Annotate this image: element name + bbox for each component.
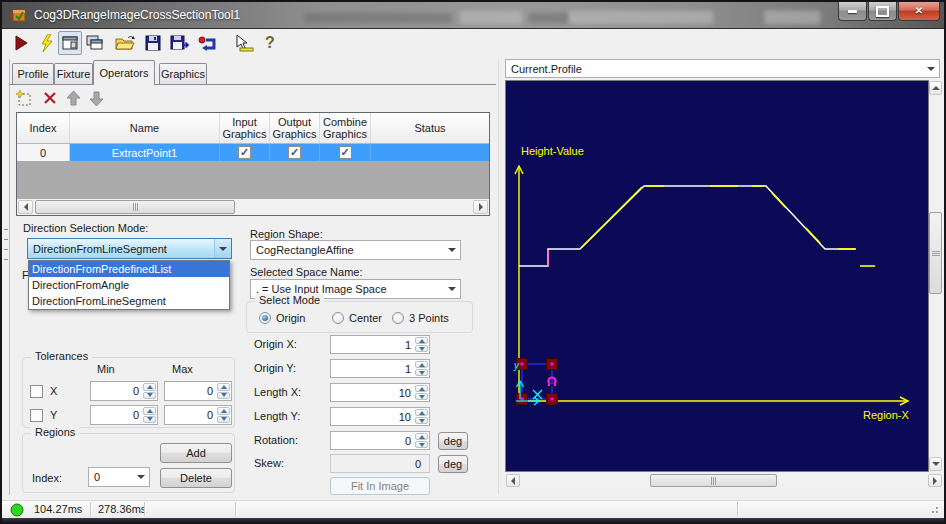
add-region-button[interactable]: Add <box>160 443 232 463</box>
spin-down-button[interactable] <box>217 392 230 400</box>
delete-region-button[interactable]: Delete <box>160 468 232 488</box>
spin-up-button[interactable] <box>415 385 428 392</box>
spin-up-button[interactable] <box>217 407 230 415</box>
table-hscroll-thumb[interactable] <box>35 200 235 214</box>
fit-in-image-button[interactable]: Fit In Image <box>330 477 430 495</box>
copy-result-window-button[interactable] <box>83 31 107 55</box>
column-header-input-graphics[interactable]: Input Graphics <box>220 113 270 143</box>
close-button[interactable]: ✕ <box>898 2 940 21</box>
display-hscrollbar[interactable] <box>505 473 943 488</box>
help-button[interactable]: ? <box>258 31 282 55</box>
length-y-field[interactable]: 10 <box>330 407 430 426</box>
spin-up-button[interactable] <box>415 433 428 440</box>
spin-up-button[interactable] <box>143 407 156 415</box>
tolerance-y-max-spinner[interactable]: 0 <box>164 405 232 425</box>
save-button[interactable] <box>141 31 165 55</box>
display-vscroll-thumb[interactable] <box>929 212 942 294</box>
column-header-status[interactable]: Status <box>371 113 489 143</box>
rotation-deg-button[interactable]: deg <box>438 432 468 450</box>
tab-profile[interactable]: Profile <box>12 63 54 84</box>
combine-graphics-checkbox[interactable]: ✓ <box>339 146 352 159</box>
table-hscrollbar[interactable] <box>17 199 489 215</box>
reset-button[interactable] <box>196 31 220 55</box>
rotation-field[interactable]: 0 <box>330 431 430 450</box>
spin-down-button[interactable] <box>415 393 428 400</box>
direction-mode-combobox[interactable]: DirectionFromLineSegment <box>27 238 232 259</box>
profile-display[interactable]: Height-Value Region-X <box>505 80 929 472</box>
spin-down-button[interactable] <box>415 441 428 448</box>
dropdown-item[interactable]: DirectionFromLineSegment <box>29 293 229 309</box>
origin-x-field[interactable]: 1 <box>330 335 430 354</box>
spin-down-button[interactable] <box>143 392 156 400</box>
electrode-button[interactable] <box>232 31 256 55</box>
cell-status <box>371 144 489 161</box>
display-hscroll-thumb[interactable] <box>650 474 777 487</box>
minimize-button[interactable] <box>838 2 867 21</box>
chevron-down-icon <box>923 60 939 77</box>
tolerance-x-min-spinner[interactable]: 0 <box>90 381 158 401</box>
region-overlay[interactable]: y <box>513 359 558 406</box>
column-header-name[interactable]: Name <box>70 113 220 143</box>
spin-down-button[interactable] <box>217 416 230 424</box>
run-button[interactable] <box>10 31 34 55</box>
spin-up-button[interactable] <box>143 383 156 391</box>
origin-y-field[interactable]: 1 <box>330 359 430 378</box>
input-graphics-checkbox[interactable]: ✓ <box>238 146 251 159</box>
add-operator-button[interactable] <box>14 89 34 107</box>
column-header-index[interactable]: Index <box>17 113 70 143</box>
tolerance-x-checkbox[interactable] <box>30 385 43 398</box>
column-header-combine-graphics[interactable]: Combine Graphics <box>320 113 371 143</box>
open-file-button[interactable] <box>113 31 137 55</box>
radio-center[interactable] <box>332 312 344 324</box>
electric-run-button[interactable] <box>35 31 59 55</box>
resize-grip[interactable] <box>936 507 938 509</box>
radio-3points[interactable] <box>392 312 404 324</box>
titlebar: Cog3DRangeImageCrossSectionTool1 ✕ <box>2 2 944 29</box>
spin-down-button[interactable] <box>415 417 428 424</box>
scroll-right-button[interactable] <box>928 474 942 487</box>
scroll-left-button[interactable] <box>506 474 520 487</box>
maximize-button[interactable] <box>868 2 897 21</box>
scroll-left-button[interactable] <box>18 200 33 214</box>
region-index-combobox[interactable]: 0 <box>88 467 150 487</box>
tolerance-y-min-spinner[interactable]: 0 <box>90 405 158 425</box>
column-header-output-graphics[interactable]: Output Graphics <box>270 113 320 143</box>
delete-operator-button[interactable] <box>40 89 60 107</box>
tolerance-x-max-spinner[interactable]: 0 <box>164 381 232 401</box>
spin-up-button[interactable] <box>217 383 230 391</box>
tolerance-x-label: X <box>50 385 57 397</box>
direction-mode-label: Direction Selection Mode: <box>23 222 148 234</box>
spin-down-button[interactable] <box>143 416 156 424</box>
tabstrip-baseline <box>10 84 496 85</box>
resize-grip[interactable] <box>932 511 934 513</box>
save-as-button[interactable] <box>167 31 191 55</box>
display-source-combobox[interactable]: Current.Profile <box>505 59 940 78</box>
move-down-button[interactable] <box>86 89 106 107</box>
dropdown-item[interactable]: DirectionFromPredefinedList <box>29 261 229 277</box>
spin-up-button[interactable] <box>415 409 428 416</box>
table-row[interactable]: 0 ExtractPoint1 ✓ ✓ ✓ <box>17 144 489 161</box>
tolerance-y-checkbox[interactable] <box>30 409 43 422</box>
tab-graphics[interactable]: Graphics <box>159 63 207 84</box>
svg-text:y: y <box>513 360 520 371</box>
left-splitter[interactable] <box>2 59 10 495</box>
tab-fixture[interactable]: Fixture <box>54 63 93 84</box>
dropdown-item[interactable]: DirectionFromAngle <box>29 277 229 293</box>
show-result-window-button[interactable] <box>58 31 82 55</box>
output-graphics-checkbox[interactable]: ✓ <box>288 146 301 159</box>
spin-up-button[interactable] <box>415 361 428 368</box>
spin-down-button[interactable] <box>415 345 428 352</box>
scroll-right-button[interactable] <box>473 200 488 214</box>
tab-operators[interactable]: Operators <box>93 60 155 85</box>
move-up-button[interactable] <box>63 89 83 107</box>
spin-up-button[interactable] <box>415 337 428 344</box>
skew-deg-button[interactable]: deg <box>438 455 468 473</box>
radio-origin[interactable] <box>259 312 271 324</box>
resize-grip[interactable] <box>936 511 938 513</box>
spin-down-button[interactable] <box>415 369 428 376</box>
length-x-field[interactable]: 10 <box>330 383 430 402</box>
region-shape-combobox[interactable]: CogRectangleAffine <box>250 240 461 260</box>
display-vscrollbar[interactable] <box>929 80 943 472</box>
scroll-up-button[interactable] <box>929 81 942 95</box>
scroll-down-button[interactable] <box>929 457 942 471</box>
